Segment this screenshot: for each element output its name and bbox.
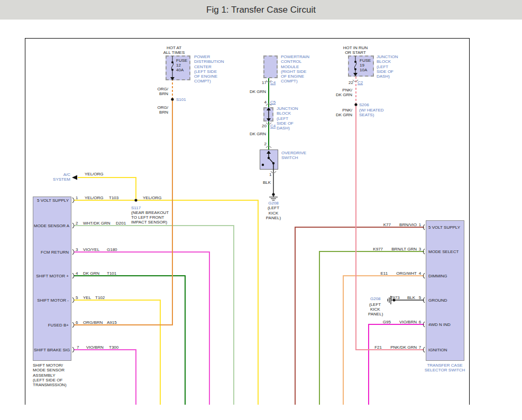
- rb-pin4-label: DIMMING: [428, 274, 447, 278]
- lb-pin4-label: SHIFT MOTOR +: [34, 274, 69, 278]
- connector-c4-link[interactable]: C4: [270, 80, 276, 85]
- yel-org-after-splice: YEL/ORG: [143, 195, 162, 200]
- ground-g208-label: G208 (LEFT KICK PANEL): [258, 201, 289, 220]
- lb-pin7-code: T300: [109, 345, 118, 350]
- fuse19-text: FUSE: [360, 58, 371, 63]
- ac-wire-label: YEL/ORG: [85, 172, 104, 176]
- s206-note-2: SEATS): [359, 113, 374, 117]
- splice-s206-label: S206: [359, 102, 369, 107]
- s117-note-2: TO LEFT FRONT: [131, 215, 164, 220]
- dk-grn-label-1: DK GRN: [246, 89, 266, 94]
- lb-pin7-label: SHIFT BRAKE SIG: [34, 348, 69, 352]
- pcm-box: [263, 55, 278, 78]
- lb-pin1-num: 1: [76, 195, 78, 200]
- ac-system-label-2: SYSTEM: [49, 177, 70, 182]
- lb-pin2-num: 2: [76, 221, 78, 226]
- org-brn-label-1a: ORG/: [153, 87, 168, 91]
- right-block-caption: TRANSFER CASE SELECTOR SWITCH: [413, 363, 477, 373]
- junction-block-box: [263, 107, 273, 122]
- lb-pin6-num: 6: [76, 320, 78, 325]
- all-times-label: ALL TIMES: [158, 50, 190, 55]
- rb-pin3-label: MODE SELECT: [428, 249, 459, 254]
- lb-pin1-label: 5 VOLT SUPPLY: [34, 198, 69, 203]
- connector-c2-link[interactable]: C2: [358, 80, 363, 85]
- rb-pin7-num: 7: [417, 345, 423, 350]
- splice-s117-label: S117: [131, 206, 141, 210]
- transfer-case-selector-block: [426, 220, 464, 361]
- lb-pin6-label: FUSED B+: [34, 323, 69, 328]
- lb-pin3-wire: VIO/YEL: [83, 247, 99, 252]
- org-brn-label-2b: BRN: [153, 110, 168, 115]
- lb-pin1-code: T103: [109, 195, 118, 200]
- pnk-dk-grn-2b: DK GRN: [328, 113, 352, 117]
- fuse19-number: 19: [360, 63, 364, 68]
- pcm-pin-17: 17: [258, 80, 267, 85]
- lb-pin3-label: FCM RETURN: [34, 250, 69, 255]
- figure-title: Fig 1: Transfer Case Circuit: [0, 0, 522, 20]
- switch-pin-1: 1: [269, 172, 271, 177]
- splice-s101-label: S101: [176, 97, 186, 102]
- fuse12-rating: 40A: [176, 68, 184, 72]
- lb-pin7-wire: VIO/BRN: [86, 345, 104, 350]
- lb-pin5-code: T102: [95, 295, 105, 300]
- dk-grn-label-2: DK GRN: [246, 132, 266, 136]
- lb-pin6-wire: ORG/BRN: [83, 320, 103, 325]
- hot-in-run-label: HOT IN RUN: [340, 45, 371, 50]
- fuse19-jb-label: JUNCTIONBLOCK (LEFTSIDE OF DASH): [377, 54, 398, 79]
- jb-pin-20: 20: [258, 124, 267, 128]
- rb-pin1-num: 1: [417, 222, 423, 227]
- fuse19-rating: 10A: [360, 68, 367, 72]
- switch-pin-2: 2: [258, 142, 267, 146]
- rb-pin1-wire-labels: K77 BRN/VIO: [338, 222, 417, 227]
- s117-note-3: IMPACT SENSOR): [131, 220, 167, 225]
- connector-c5-link[interactable]: C5: [270, 100, 276, 105]
- rb-pin6-label: 4WD N IND: [428, 322, 451, 327]
- org-brn-label-1b: BRN: [153, 91, 168, 96]
- pnk-dk-grn-2a: PNK/: [328, 108, 352, 113]
- or-start-label: OR START: [340, 50, 371, 55]
- lb-pin1-wire: YEL/ORG: [85, 195, 104, 200]
- lb-pin5-label: SHIFT MOTOR -: [34, 298, 69, 303]
- lb-pin4-num: 4: [76, 271, 78, 276]
- s206-note-1: (W/ HEATED: [359, 108, 384, 113]
- rb-pin7-wire-labels: F21 PNK/DK GRN: [338, 345, 417, 350]
- f19-pin-22: 22: [343, 80, 353, 85]
- org-brn-label-2a: ORG/: [153, 105, 168, 110]
- rb-pin4-wire-labels: E11 ORG/WHT: [338, 271, 417, 276]
- ac-system-label-1: A/C: [49, 172, 70, 177]
- fuse12-number: 12: [176, 63, 181, 68]
- overdrive-switch-box: [260, 150, 278, 170]
- rb-pin4-num: 4: [417, 271, 423, 276]
- fuse12-text: FUSE: [176, 58, 187, 63]
- g208-right-loc-3: PANEL): [368, 312, 383, 316]
- ground-g208-right-label: G208: [370, 296, 381, 301]
- jb-pin-4: 4: [258, 100, 267, 105]
- shift-motor-assembly-block: [33, 197, 71, 361]
- lb-pin2-wire: WHT/DK GRN: [83, 221, 111, 226]
- rb-pin5-num: 5: [417, 295, 423, 300]
- s117-note-1: (NEAR BREAKOUT: [131, 210, 169, 215]
- figure-title-bar: Fig 1: Transfer Case Circuit: [0, 0, 522, 20]
- rb-pin5-label: GROUND: [428, 298, 447, 303]
- lb-pin2-code: D201: [116, 221, 126, 226]
- hot-at-label: HOT AT: [158, 45, 190, 50]
- lb-pin6-code: A915: [107, 320, 117, 325]
- rb-pin6-num: 6: [417, 320, 423, 324]
- overdrive-switch-label: OVERDRIVESWITCH: [281, 151, 306, 161]
- lb-pin7-num: 7: [77, 345, 79, 350]
- pnk-dk-grn-1a: PNK/: [328, 88, 352, 92]
- rb-pin7-label: IGNITION: [428, 348, 447, 352]
- lb-pin2-label: MODE SENSOR A: [34, 223, 69, 228]
- connector-c4b-link[interactable]: C4: [270, 124, 276, 128]
- g208-right-loc-2: KICK: [370, 307, 380, 312]
- pdc-label: POWERDISTRIBUTION CENTER(LEFT SIDE OF EN…: [194, 54, 224, 84]
- pcm-label: POWERTRAINCONTROL MODULE(RIGHT SIDE OF E…: [281, 54, 309, 84]
- blk-label: BLK: [254, 180, 271, 185]
- lb-pin3-code: G180: [107, 247, 117, 252]
- pnk-dk-grn-1b: DK GRN: [328, 92, 352, 97]
- junction-block-label: JUNCTIONBLOCK (LEFTSIDE OF DASH): [277, 106, 298, 130]
- rb-pin1-label: 5 VOLT SUPPLY: [428, 225, 460, 230]
- rb-pin3-wire-labels: K977 BRN/LT GRN: [338, 247, 417, 251]
- lb-pin3-num: 3: [76, 247, 78, 252]
- g208-right-loc-1: (LEFT: [369, 302, 381, 307]
